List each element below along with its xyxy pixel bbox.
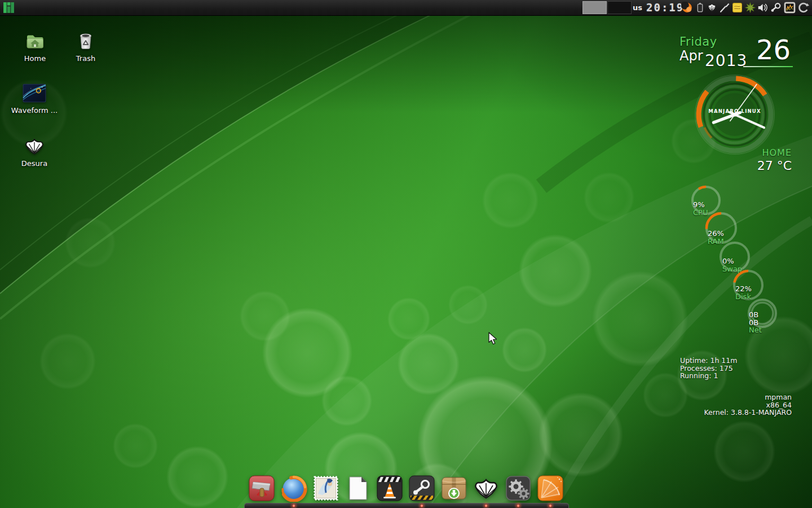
- dock-steam-icon[interactable]: [408, 475, 435, 502]
- bokeh-circle: [240, 291, 290, 341]
- system-monitor-icon[interactable]: [784, 2, 796, 14]
- bokeh-circle: [39, 333, 96, 389]
- bokeh-circle: [584, 172, 634, 223]
- updates-icon[interactable]: [744, 2, 756, 14]
- dock-firefox-icon[interactable]: [280, 475, 307, 502]
- desura-lotus-icon: [24, 134, 45, 157]
- volume-icon[interactable]: [757, 2, 769, 14]
- refresh-icon[interactable]: [798, 2, 810, 14]
- mouse-cursor: [488, 332, 501, 345]
- steam-icon[interactable]: [770, 2, 782, 14]
- bokeh-circle: [539, 392, 623, 477]
- dock-claws-mail-icon[interactable]: [312, 475, 339, 502]
- bokeh-circle: [482, 172, 539, 229]
- waveform-image-icon: [23, 81, 46, 104]
- dock-installer-icon[interactable]: [248, 475, 275, 502]
- desktop-icon-label: Home: [24, 54, 46, 63]
- dock-vlc-icon[interactable]: [376, 475, 403, 502]
- dock-indicator-dot: [517, 504, 520, 507]
- dock-indicator-dot: [420, 504, 423, 507]
- bokeh-circle: [713, 421, 775, 483]
- trash-icon: [74, 29, 97, 52]
- bokeh-circle: [519, 234, 592, 308]
- desktop-icon-home[interactable]: Home: [11, 29, 59, 63]
- notes-icon[interactable]: [731, 2, 743, 14]
- desktop-screen: Home Trash: [0, 0, 812, 508]
- dock-package-installer-icon[interactable]: [440, 475, 467, 502]
- bokeh-circle: [671, 119, 716, 164]
- clementine-icon[interactable]: [681, 2, 693, 14]
- top-panel: us 20:19: [0, 0, 812, 16]
- dock-clementine-icon[interactable]: [537, 475, 564, 502]
- bokeh-circle: [643, 373, 688, 418]
- bokeh-circle: [166, 446, 228, 508]
- paintbrush-icon[interactable]: [719, 2, 731, 14]
- dock-indicator-dot: [484, 504, 488, 507]
- bokeh-circle: [592, 271, 688, 367]
- dock-settings-icon[interactable]: [505, 475, 532, 502]
- home-folder-icon: [24, 29, 46, 52]
- bokeh-circle: [321, 375, 372, 426]
- dock-indicator-dot: [549, 504, 552, 507]
- desktop-icon-label: Desura: [21, 159, 47, 168]
- desktop-icon-desura[interactable]: Desura: [11, 134, 58, 168]
- bokeh-circle: [448, 285, 488, 325]
- bokeh-circle: [502, 327, 547, 373]
- dock-libreoffice-icon[interactable]: [345, 475, 372, 502]
- desura-icon[interactable]: [706, 2, 718, 14]
- dock-desura-icon[interactable]: [473, 475, 500, 502]
- bokeh-circle: [65, 217, 116, 268]
- desktop-icon-trash[interactable]: Trash: [62, 29, 109, 63]
- desktop-icon-label: Waveform ...: [11, 106, 58, 115]
- system-tray: [0, 0, 812, 15]
- wallpaper: [0, 0, 812, 508]
- desktop-icon-waveform[interactable]: Waveform ...: [11, 81, 58, 115]
- battery-icon[interactable]: [694, 2, 706, 14]
- desktop-icon-label: Trash: [76, 54, 95, 63]
- bokeh-circle: [398, 333, 460, 395]
- bokeh-circle: [113, 423, 158, 468]
- dock-indicator-dot: [292, 504, 295, 507]
- bokeh-circle: [387, 297, 430, 340]
